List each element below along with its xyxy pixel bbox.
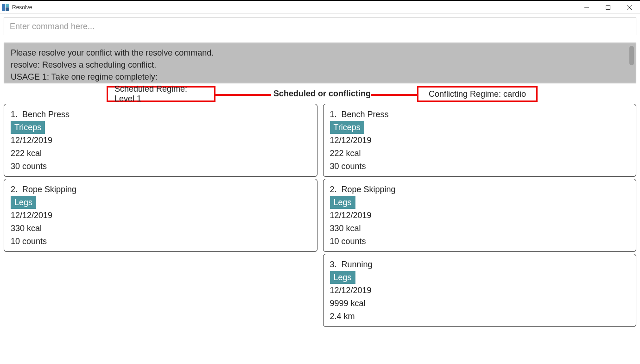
- exercise-quantity: 2.4 km: [330, 310, 630, 323]
- scheduled-regime-panel: 1. Bench Press Triceps 12/12/2019 222 kc…: [4, 104, 317, 329]
- help-line: resolve: Resolves a scheduling conflict.: [11, 59, 629, 71]
- exercise-name: Rope Skipping: [22, 185, 76, 194]
- window-titlebar: Resolve: [0, 1, 640, 14]
- muscle-tag: Legs: [330, 196, 355, 209]
- window-minimize-button[interactable]: [576, 1, 597, 14]
- help-scrollbar[interactable]: [629, 46, 634, 65]
- svg-rect-4: [606, 5, 610, 9]
- exercise-date: 12/12/2019: [11, 134, 310, 147]
- exercise-quantity: 30 counts: [11, 160, 310, 173]
- muscle-tag: Triceps: [11, 121, 45, 134]
- exercise-kcal: 330 kcal: [11, 222, 310, 235]
- window-close-button[interactable]: [619, 1, 640, 14]
- exercise-card[interactable]: 1. Bench Press Triceps 12/12/2019 222 kc…: [323, 104, 637, 177]
- annotation-center-label: Scheduled or conflicting: [273, 89, 371, 99]
- window-maximize-button[interactable]: [597, 1, 619, 14]
- regime-headers-row: Scheduled Regime: Level 1 Scheduled or c…: [0, 86, 640, 104]
- exercise-index: 2.: [11, 185, 18, 194]
- exercise-index: 2.: [330, 185, 337, 194]
- exercise-index: 1.: [11, 110, 18, 119]
- svg-rect-0: [2, 4, 5, 11]
- conflicting-regime-header: Conflicting Regime: cardio: [417, 86, 538, 102]
- exercise-kcal: 222 kcal: [11, 147, 310, 160]
- help-line: Please resolve your conflict with the re…: [11, 47, 629, 59]
- exercise-kcal: 9999 kcal: [330, 297, 630, 310]
- conflicting-regime-panel: 1. Bench Press Triceps 12/12/2019 222 kc…: [323, 104, 637, 329]
- exercise-card[interactable]: 2. Rope Skipping Legs 12/12/2019 330 kca…: [4, 179, 317, 252]
- annotation-connector: [371, 94, 417, 96]
- scheduled-regime-header: Scheduled Regime: Level 1: [107, 86, 215, 102]
- conflicting-regime-header-label: Conflicting Regime: cardio: [429, 89, 526, 99]
- scheduled-regime-header-label: Scheduled Regime: Level 1: [114, 84, 208, 104]
- exercise-quantity: 10 counts: [11, 235, 310, 248]
- exercise-index: 1.: [330, 110, 337, 119]
- exercise-quantity: 30 counts: [330, 160, 630, 173]
- exercise-kcal: 330 kcal: [330, 222, 630, 235]
- annotation-connector: [215, 94, 271, 96]
- command-input[interactable]: [4, 18, 636, 35]
- window-title: Resolve: [12, 4, 32, 11]
- exercise-card[interactable]: 2. Rope Skipping Legs 12/12/2019 330 kca…: [323, 179, 637, 252]
- exercise-date: 12/12/2019: [330, 209, 630, 222]
- exercise-name: Bench Press: [22, 110, 70, 119]
- exercise-date: 12/12/2019: [11, 209, 310, 222]
- exercise-date: 12/12/2019: [330, 284, 630, 297]
- exercise-index: 3.: [330, 260, 337, 269]
- exercise-name: Rope Skipping: [342, 185, 396, 194]
- exercise-kcal: 222 kcal: [330, 147, 630, 160]
- exercise-card[interactable]: 3. Running Legs 12/12/2019 9999 kcal 2.4…: [323, 254, 637, 327]
- muscle-tag: Legs: [330, 271, 355, 284]
- exercise-card[interactable]: 1. Bench Press Triceps 12/12/2019 222 kc…: [4, 104, 317, 177]
- muscle-tag: Legs: [11, 196, 36, 209]
- exercise-name: Bench Press: [342, 110, 389, 119]
- exercise-name: Running: [342, 260, 373, 269]
- exercise-quantity: 10 counts: [330, 235, 630, 248]
- muscle-tag: Triceps: [330, 121, 364, 134]
- help-message-box: Please resolve your conflict with the re…: [4, 43, 636, 83]
- svg-rect-1: [6, 4, 9, 7]
- help-line: USAGE 1: Take one regime completely:: [11, 71, 629, 83]
- svg-rect-2: [6, 7, 9, 11]
- app-icon: [2, 4, 9, 11]
- exercise-date: 12/12/2019: [330, 134, 630, 147]
